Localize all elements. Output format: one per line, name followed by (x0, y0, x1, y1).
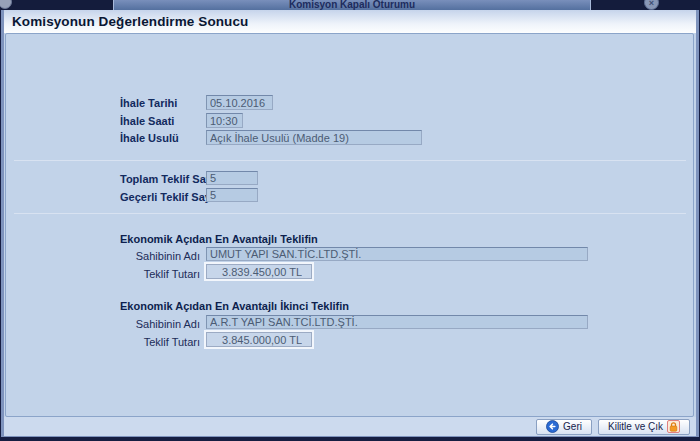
footer-bar: Geri Kilitle ve Çık (4, 417, 696, 436)
window-title-tab: Komisyon Kapalı Oturumu (113, 0, 591, 10)
window-corner-icon (0, 0, 12, 9)
en-avantajli-ikinci-heading: Ekonomik Açıdan En Avantajlı İkinci Tekl… (120, 300, 349, 312)
en-avantajli-teklif-tutari-label: Teklif Tutarı (44, 267, 200, 281)
kilitle-ve-cik-label: Kilitle ve Çık (608, 421, 663, 432)
back-arrow-icon (546, 420, 559, 433)
en-avantajli-ikinci-teklif-tutari-input[interactable] (206, 332, 312, 347)
ihale-saati-label: İhale Saati (120, 114, 174, 128)
ihale-saati-input[interactable] (206, 113, 243, 128)
en-avantajli-ikinci-sahibinin-adi-label: Sahibinin Adı (44, 317, 200, 331)
section-divider (14, 213, 686, 214)
gecerli-teklif-input[interactable] (206, 188, 258, 202)
toplam-teklif-input[interactable] (206, 171, 258, 185)
window-title: Komisyon Kapalı Oturumu (289, 0, 415, 10)
ihale-tarihi-input[interactable] (206, 95, 273, 110)
window-titlebar: Komisyon Kapalı Oturumu × (0, 0, 700, 10)
close-icon[interactable]: × (644, 0, 659, 10)
page-header: Komisyonun Değerlendirme Sonucu (4, 10, 696, 33)
geri-button-label: Geri (563, 421, 582, 432)
en-avantajli-sahibinin-adi-input[interactable] (206, 247, 588, 261)
ihale-tarihi-label: İhale Tarihi (120, 96, 177, 110)
en-avantajli-heading: Ekonomik Açıdan En Avantajlı Teklifin (120, 233, 318, 245)
ihale-usulu-input[interactable] (206, 130, 422, 145)
en-avantajli-teklif-tutari-input[interactable] (206, 264, 312, 279)
en-avantajli-ikinci-teklif-tutari-label: Teklif Tutarı (44, 335, 200, 349)
page-title: Komisyonun Değerlendirme Sonucu (12, 10, 248, 33)
kilitle-ve-cik-button[interactable]: Kilitle ve Çık (598, 419, 690, 435)
en-avantajli-sahibinin-adi-label: Sahibinin Adı (44, 249, 200, 263)
client-area: Komisyonun Değerlendirme Sonucu İhale Ta… (1, 10, 699, 437)
application-window: Komisyon Kapalı Oturumu × Komisyonun Değ… (0, 0, 700, 441)
ihale-usulu-label: İhale Usulü (120, 131, 179, 145)
geri-button[interactable]: Geri (536, 419, 592, 435)
content-panel (5, 33, 694, 417)
lock-icon (667, 420, 680, 433)
section-divider (14, 160, 686, 161)
en-avantajli-ikinci-sahibinin-adi-input[interactable] (206, 315, 588, 329)
